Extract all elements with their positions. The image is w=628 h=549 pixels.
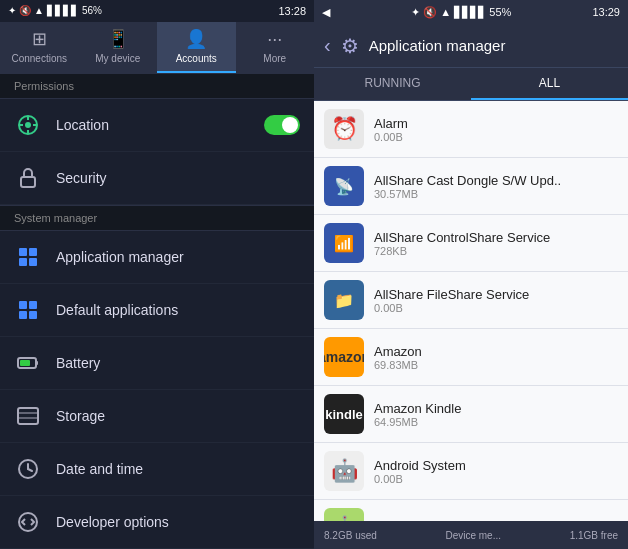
security-icon bbox=[14, 164, 42, 192]
battery-icon bbox=[14, 349, 42, 377]
connections-icon: ⊞ bbox=[32, 28, 47, 50]
svg-rect-17 bbox=[20, 360, 30, 366]
svg-rect-6 bbox=[21, 177, 35, 187]
app-item-kindle[interactable]: kindle Amazon Kindle 64.95MB bbox=[314, 386, 628, 443]
storage-label: Storage bbox=[56, 408, 105, 424]
device-mode: Device me... bbox=[445, 530, 501, 541]
wifi-icon: ▲ bbox=[34, 5, 44, 16]
app-manager-title: Application manager bbox=[369, 37, 506, 54]
right-wifi-icon: ▲ bbox=[440, 6, 451, 18]
clock-icon bbox=[14, 455, 42, 483]
right-panel: ◀ ✦ 🔇 ▲ ▋▋▋▋ 55% 13:29 ‹ ⚙ Application m… bbox=[314, 0, 628, 549]
connections-label: Connections bbox=[11, 53, 67, 64]
my-device-icon: 📱 bbox=[107, 28, 129, 50]
storage-free: 1.1GB free bbox=[570, 530, 618, 541]
menu-item-developer[interactable]: Developer options bbox=[0, 496, 314, 549]
right-signal-bars: ▋▋▋▋ bbox=[454, 6, 486, 18]
nav-more[interactable]: ··· More bbox=[236, 22, 315, 73]
svg-rect-9 bbox=[19, 258, 27, 266]
allshare-cast-app-name: AllShare Cast Dongle S/W Upd.. bbox=[374, 173, 561, 188]
menu-item-battery[interactable]: Battery bbox=[0, 337, 314, 390]
back-button[interactable]: ‹ bbox=[324, 34, 331, 57]
app-item-alarm[interactable]: ⏰ Alarm 0.00B bbox=[314, 101, 628, 158]
menu-item-storage[interactable]: Storage bbox=[0, 390, 314, 443]
svg-rect-16 bbox=[36, 361, 38, 365]
allshare-control-app-icon: 📶 bbox=[324, 223, 364, 263]
battery-label: Battery bbox=[56, 355, 100, 371]
app-item-allshare-file[interactable]: 📁 AllShare FileShare Service 0.00B bbox=[314, 272, 628, 329]
svg-rect-10 bbox=[29, 258, 37, 266]
location-toggle[interactable] bbox=[264, 115, 300, 135]
app-item-allshare-control[interactable]: 📶 AllShare ControlShare Service 728KB bbox=[314, 215, 628, 272]
alarm-app-info: Alarm 0.00B bbox=[374, 116, 408, 143]
android-system-app-info: Android System 0.00B bbox=[374, 458, 466, 485]
app-item-androidify[interactable]: 🤖 Androidify bbox=[314, 500, 628, 521]
svg-rect-12 bbox=[29, 301, 37, 309]
kindle-app-info: Amazon Kindle 64.95MB bbox=[374, 401, 461, 428]
android-system-app-size: 0.00B bbox=[374, 473, 466, 485]
allshare-cast-app-info: AllShare Cast Dongle S/W Upd.. 30.57MB bbox=[374, 173, 561, 200]
accounts-icon: 👤 bbox=[185, 28, 207, 50]
androidify-app-icon: 🤖 bbox=[324, 508, 364, 521]
menu-item-security[interactable]: Security bbox=[0, 152, 314, 205]
svg-rect-18 bbox=[18, 408, 38, 424]
app-item-amazon[interactable]: amazon Amazon 69.83MB bbox=[314, 329, 628, 386]
amazon-app-size: 69.83MB bbox=[374, 359, 422, 371]
right-back-status: ◀ bbox=[322, 6, 330, 19]
more-icon: ··· bbox=[267, 29, 282, 50]
left-panel: ✦ 🔇 ▲ ▋▋▋▋ 56% 13:28 ⊞ Connections 📱 My … bbox=[0, 0, 314, 549]
menu-item-date-time[interactable]: Date and time bbox=[0, 443, 314, 496]
alarm-app-name: Alarm bbox=[374, 116, 408, 131]
right-time: 13:29 bbox=[592, 6, 620, 18]
right-status-icons: ✦ 🔇 ▲ ▋▋▋▋ 55% bbox=[411, 6, 511, 19]
left-time: 13:28 bbox=[278, 5, 306, 17]
default-applications-icon bbox=[14, 296, 42, 324]
svg-rect-14 bbox=[29, 311, 37, 319]
nav-my-device[interactable]: 📱 My device bbox=[79, 22, 158, 73]
application-manager-icon bbox=[14, 243, 42, 271]
app-item-android-system[interactable]: 🤖 Android System 0.00B bbox=[314, 443, 628, 500]
bottom-bar-right: 8.2GB used Device me... 1.1GB free bbox=[314, 521, 628, 549]
app-list[interactable]: ⏰ Alarm 0.00B 📡 AllShare Cast Dongle S/W… bbox=[314, 101, 628, 521]
nav-accounts[interactable]: 👤 Accounts bbox=[157, 22, 236, 73]
security-label: Security bbox=[56, 170, 107, 186]
app-item-allshare-cast[interactable]: 📡 AllShare Cast Dongle S/W Upd.. 30.57MB bbox=[314, 158, 628, 215]
permissions-label: Permissions bbox=[14, 80, 74, 92]
android-system-app-icon: 🤖 bbox=[324, 451, 364, 491]
left-status-icons: ✦ 🔇 ▲ ▋▋▋▋ 56% bbox=[8, 5, 102, 16]
my-device-label: My device bbox=[95, 53, 140, 64]
kindle-app-name: Amazon Kindle bbox=[374, 401, 461, 416]
allshare-file-app-size: 0.00B bbox=[374, 302, 529, 314]
mute-icon: 🔇 bbox=[19, 5, 31, 16]
app-manager-header: ‹ ⚙ Application manager bbox=[314, 24, 628, 68]
battery-percent: 56% bbox=[82, 5, 102, 16]
svg-point-1 bbox=[25, 122, 31, 128]
tab-running[interactable]: RUNNING bbox=[314, 68, 471, 100]
date-time-label: Date and time bbox=[56, 461, 143, 477]
allshare-control-app-size: 728KB bbox=[374, 245, 550, 257]
location-label: Location bbox=[56, 117, 109, 133]
storage-used: 8.2GB used bbox=[324, 530, 377, 541]
kindle-app-icon: kindle bbox=[324, 394, 364, 434]
allshare-file-app-info: AllShare FileShare Service 0.00B bbox=[374, 287, 529, 314]
menu-item-location[interactable]: Location bbox=[0, 99, 314, 152]
svg-rect-7 bbox=[19, 248, 27, 256]
menu-item-application-manager[interactable]: Application manager bbox=[0, 231, 314, 284]
menu-item-default-applications[interactable]: Default applications bbox=[0, 284, 314, 337]
right-bluetooth-icon: ✦ bbox=[411, 6, 420, 18]
svg-line-23 bbox=[28, 469, 32, 471]
alarm-app-size: 0.00B bbox=[374, 131, 408, 143]
signal-bars: ▋▋▋▋ bbox=[47, 5, 79, 16]
right-battery-percent: 55% bbox=[489, 6, 511, 18]
right-mute-icon: 🔇 bbox=[423, 6, 437, 18]
app-manager-tabs: RUNNING ALL bbox=[314, 68, 628, 101]
status-bar-left: ✦ 🔇 ▲ ▋▋▋▋ 56% 13:28 bbox=[0, 0, 314, 22]
application-manager-label: Application manager bbox=[56, 249, 184, 265]
allshare-control-app-name: AllShare ControlShare Service bbox=[374, 230, 550, 245]
default-applications-label: Default applications bbox=[56, 302, 178, 318]
top-nav: ⊞ Connections 📱 My device 👤 Accounts ···… bbox=[0, 22, 314, 73]
more-label: More bbox=[263, 53, 286, 64]
tab-all[interactable]: ALL bbox=[471, 68, 628, 100]
nav-connections[interactable]: ⊞ Connections bbox=[0, 22, 79, 73]
status-bar-right: ◀ ✦ 🔇 ▲ ▋▋▋▋ 55% 13:29 bbox=[314, 0, 628, 24]
